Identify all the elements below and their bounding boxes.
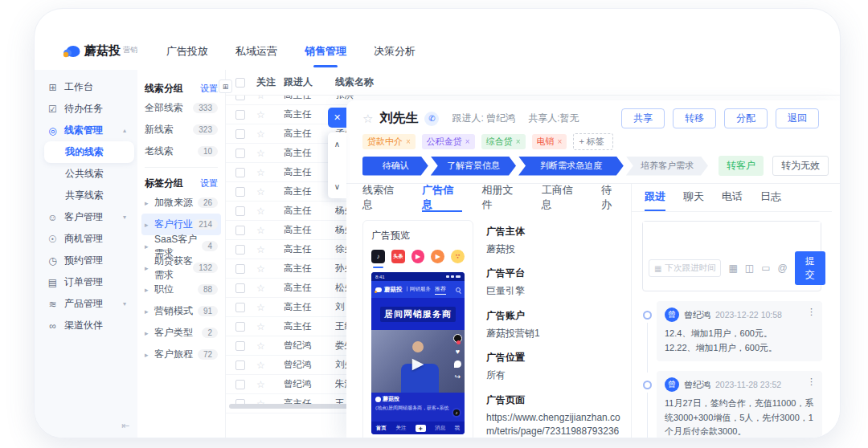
sidebar-item[interactable]: ◎ 线索管理 ▴	[35, 120, 137, 141]
detail-tab[interactable]: 广告信息	[422, 184, 462, 212]
sidebar-item[interactable]: ▤ 订单管理	[35, 271, 137, 293]
row-checkbox[interactable]	[235, 322, 245, 332]
platform-icon[interactable]: ♪	[371, 250, 385, 263]
star-icon[interactable]	[256, 283, 265, 294]
star-icon[interactable]	[256, 109, 265, 120]
action-button[interactable]: 退回	[776, 108, 819, 128]
action-button[interactable]: 转移	[673, 108, 716, 128]
lead-tag[interactable]: 综合贷	[481, 134, 526, 149]
add-tag-button[interactable]: + 标签	[573, 133, 612, 150]
call-icon[interactable]	[424, 112, 439, 126]
more-icon[interactable]	[807, 377, 816, 387]
sidebar-collapse-icon[interactable]: ⇤	[121, 420, 129, 431]
platform-icon[interactable]: ▶	[411, 250, 425, 263]
image-icon[interactable]: ▦	[728, 263, 737, 274]
tag-group-item[interactable]: 加微来源 26	[145, 192, 218, 214]
lead-group-item[interactable]: 新线索 323	[145, 119, 218, 141]
sidebar-item[interactable]: ≋ 产品管理 ▾	[35, 293, 137, 315]
star-icon[interactable]	[256, 379, 265, 390]
row-checkbox[interactable]	[235, 360, 245, 370]
detail-tab[interactable]: 待办	[601, 184, 621, 212]
pipeline-stage[interactable]: 待确认	[362, 157, 428, 176]
row-checkbox[interactable]	[235, 129, 245, 139]
sidebar-item[interactable]: 公共线索	[35, 163, 137, 185]
star-icon[interactable]	[256, 148, 265, 159]
row-checkbox[interactable]	[235, 380, 245, 389]
detail-tab[interactable]: 工商信息	[542, 184, 582, 212]
row-checkbox[interactable]	[235, 245, 245, 255]
row-checkbox[interactable]	[235, 341, 245, 351]
tag-group-item[interactable]: 职位 88	[145, 279, 218, 300]
detail-tab[interactable]: 线索信息	[362, 184, 403, 212]
detail-tab[interactable]: 相册文件	[481, 184, 522, 212]
sidebar-item[interactable]: 我的线索	[44, 141, 134, 163]
sidebar-item[interactable]: ☑ 待办任务	[35, 98, 137, 120]
row-checkbox[interactable]	[235, 283, 245, 293]
lead-tag[interactable]: 电销	[532, 134, 567, 149]
star-icon[interactable]	[256, 340, 265, 352]
tag-group-item[interactable]: 助贷获客需求 132	[145, 257, 218, 279]
platform-icon[interactable]: 头条	[391, 250, 405, 263]
mention-icon[interactable]: @	[777, 263, 787, 274]
action-button[interactable]: 分配	[724, 108, 768, 128]
favorite-star-icon[interactable]	[362, 112, 373, 126]
star-icon[interactable]	[256, 263, 265, 275]
prev-record-icon[interactable]: ∧	[334, 140, 340, 149]
star-icon[interactable]	[256, 225, 265, 236]
sidebar-item[interactable]: ◷ 预约管理	[35, 250, 137, 271]
followup-input[interactable]	[643, 222, 821, 247]
lead-group-item[interactable]: 全部线索 333	[145, 97, 218, 119]
followup-tab[interactable]: 聊天	[683, 184, 704, 211]
row-checkbox[interactable]	[235, 187, 245, 197]
lead-tag[interactable]: 公积金贷	[422, 134, 475, 149]
more-icon[interactable]	[807, 307, 816, 317]
action-button[interactable]: 共享	[621, 108, 665, 128]
sidebar-item[interactable]: 共享线索	[35, 185, 137, 206]
close-icon[interactable]: ✕	[328, 108, 346, 128]
sidebar-item[interactable]: ∞ 渠道伙伴	[35, 315, 137, 336]
tag-group-item[interactable]: 营销模式 91	[145, 300, 218, 322]
group-settings-link[interactable]: 设置	[200, 83, 218, 95]
followup-tab[interactable]: 电话	[722, 184, 743, 211]
next-record-icon[interactable]: ∨	[334, 182, 340, 191]
top-nav-item[interactable]: 销售管理	[305, 44, 346, 59]
sidebar-item[interactable]: ☺ 客户管理 ▾	[35, 206, 137, 228]
to-invalid-button[interactable]: 转为无效	[772, 156, 829, 176]
star-icon[interactable]	[256, 186, 265, 198]
pipeline-stage[interactable]: 了解背景信息	[431, 157, 516, 176]
star-icon[interactable]	[256, 206, 265, 217]
play-icon[interactable]: ▶	[412, 353, 424, 372]
top-nav-item[interactable]: 决策分析	[374, 44, 416, 59]
expand-groups-icon[interactable]: ⊞	[219, 79, 232, 93]
row-checkbox[interactable]	[235, 206, 245, 216]
row-checkbox[interactable]	[235, 303, 245, 312]
star-icon[interactable]	[256, 360, 265, 371]
submit-button[interactable]: 提交	[795, 251, 825, 285]
pipeline-stage[interactable]: 培养客户需求	[626, 157, 708, 176]
top-nav-item[interactable]: 私域运营	[235, 44, 277, 59]
sidebar-item[interactable]: ⊞ 工作台	[35, 76, 137, 98]
tag-settings-link[interactable]: 设置	[200, 177, 218, 189]
horizontal-scrollbar[interactable]	[229, 404, 353, 409]
lead-tag[interactable]: 贷款中介	[362, 134, 416, 149]
lead-group-item[interactable]: 老线索 10	[145, 141, 218, 162]
pipeline-stage[interactable]: 判断需求急迫度	[518, 157, 624, 176]
row-checkbox[interactable]	[235, 226, 245, 235]
top-nav-item[interactable]: 广告投放	[166, 44, 208, 59]
followup-tab[interactable]: 日志	[760, 184, 781, 211]
star-icon[interactable]	[256, 167, 265, 178]
star-icon[interactable]	[256, 321, 265, 332]
row-checkbox[interactable]	[235, 264, 245, 274]
folder-icon[interactable]: ▭	[761, 263, 770, 274]
platform-icon[interactable]: ▶	[431, 250, 444, 263]
sidebar-item[interactable]: ☉ 商机管理	[35, 228, 137, 250]
ad-video[interactable]: ▶ ♥ ↪	[371, 330, 465, 393]
next-followup-date-picker[interactable]: 下次跟进时间	[649, 259, 721, 277]
row-checkbox[interactable]	[235, 149, 245, 158]
video-icon[interactable]: ◫	[745, 263, 754, 274]
tag-group-item[interactable]: 客户类型 2	[145, 322, 218, 344]
to-customer-button[interactable]: 转客户	[719, 156, 764, 176]
row-checkbox[interactable]	[235, 110, 245, 120]
star-icon[interactable]	[256, 128, 265, 140]
star-icon[interactable]	[256, 302, 265, 313]
